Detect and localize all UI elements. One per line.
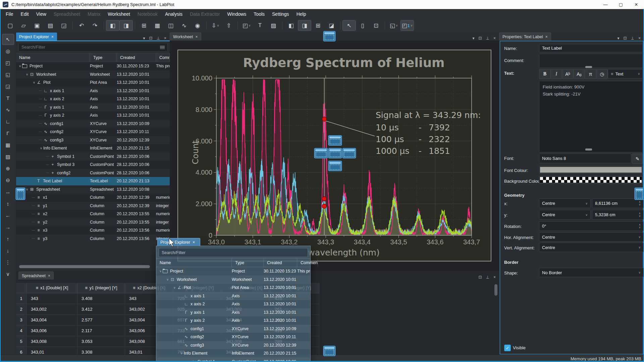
cell[interactable]: 343,002: [27, 304, 77, 315]
chevron-down-icon[interactable]: ∨: [18, 64, 22, 68]
chevron-down-icon[interactable]: ∨: [39, 146, 43, 150]
close-icon[interactable]: ×: [638, 36, 641, 41]
menu-analysis[interactable]: Analysis: [161, 11, 186, 17]
cell[interactable]: 3.408: [77, 293, 125, 304]
close-button[interactable]: ×: [629, 0, 644, 9]
tree-row-project[interactable]: ∨ProjectProject30.11.2020 15:23This proj…: [16, 62, 170, 70]
new-spreadsheet-button[interactable]: ⊞: [137, 20, 151, 31]
tree-row-config1[interactable]: ∿config1XYCurve13.12.2020 10:09: [156, 325, 310, 333]
new-worksheet-button[interactable]: ◰∨: [240, 20, 253, 31]
tree-row-info-element[interactable]: ∨Info ElementInfoElement20.12.2020 21:15: [156, 349, 310, 358]
undo-button[interactable]: ↶: [75, 20, 88, 31]
rotation-spinbox[interactable]: 0°∧∨: [539, 221, 644, 231]
tab-spreadsheet[interactable]: Spreadsheet ×: [18, 272, 54, 280]
pin-icon[interactable]: ⊥: [486, 36, 489, 41]
chevron-down-icon[interactable]: ∨: [32, 81, 36, 84]
row-number[interactable]: 3: [16, 315, 27, 325]
ws-add-plot-tool-icon[interactable]: ▦: [2, 139, 14, 150]
font-field[interactable]: Noto Sans 8: [539, 154, 631, 163]
tree-row-text-label[interactable]: TText LabelTextLabel20.12.2020 21:13: [16, 177, 170, 185]
tree-row-config2[interactable]: +config2CustomPoint28.12.2020 10:06: [16, 169, 170, 177]
ws-zoom-x-select-tool-icon[interactable]: ◱: [2, 69, 14, 80]
tree-row-x1[interactable]: ≡x1Column20.12.2020 12:39numerical: [16, 193, 170, 202]
minimize-button[interactable]: —: [598, 0, 613, 9]
ws-add-x-axis-tool-icon[interactable]: ∟: [2, 116, 14, 127]
dock-indicator-bottom-icon[interactable]: [323, 346, 335, 356]
row-number[interactable]: 2: [16, 304, 27, 315]
ws-shift-up-tool-icon[interactable]: ↑: [2, 233, 14, 244]
ws-select-tool-icon[interactable]: ↖: [2, 34, 14, 45]
tree-row-symbol-1[interactable]: +Symbol 1CustomPoint28.12.2020 10:06: [16, 153, 170, 161]
chevron-down-icon[interactable]: ∨: [158, 269, 163, 273]
float-icon[interactable]: ⊡: [478, 36, 482, 41]
chevron-down-icon[interactable]: ∨: [25, 188, 29, 191]
navigate-mode-button[interactable]: ▯: [356, 20, 369, 31]
cell[interactable]: 343: [27, 293, 77, 304]
menu-edit[interactable]: Edit: [17, 11, 33, 17]
ws-overflow-chevron-icon[interactable]: ∨: [2, 268, 14, 280]
text-mode-dropdown[interactable]: ≡Text∨: [608, 69, 643, 78]
tree-row-y3[interactable]: ≡y3Column20.12.2020 13:56integer da: [16, 235, 170, 243]
menu-settings[interactable]: Settings: [268, 11, 293, 17]
pin-icon[interactable]: ⊥: [631, 36, 634, 41]
import-button[interactable]: ⇩∨: [209, 20, 222, 31]
tree-row-y2[interactable]: ≡y2Column20.12.2020 13:55integer da: [16, 218, 170, 227]
y-mode-dropdown[interactable]: Centre∨: [539, 210, 591, 220]
floating-project-explorer-tab[interactable]: Project Explorer ×: [157, 238, 200, 246]
chevron-down-icon[interactable]: ∨: [172, 286, 177, 289]
redo-button[interactable]: ↷: [88, 20, 102, 31]
dock-indicator-up-icon[interactable]: [328, 135, 342, 145]
tree-row-y1[interactable]: ≡y1Column20.12.2020 12:39integer da: [16, 202, 170, 210]
tree-row-y-axis-2[interactable]: Γy axis 2Axis13.12.2020 10:01: [156, 316, 310, 325]
zoom-one-button[interactable]: ◰1∨: [400, 20, 414, 31]
chevron-down-icon[interactable]: ∨: [165, 278, 170, 281]
ws-zoom-out-tool-icon[interactable]: ⊖: [2, 175, 14, 186]
menu-view[interactable]: View: [33, 11, 50, 17]
dock-indicator-down-icon[interactable]: [328, 161, 342, 171]
vertical-scrollbar[interactable]: [494, 284, 497, 296]
close-icon[interactable]: ×: [164, 36, 166, 41]
superscript-button[interactable]: Aᵇ: [562, 69, 574, 79]
y-value-spinbox[interactable]: 5,3238 cm∧∨: [592, 210, 644, 220]
close-icon[interactable]: ×: [493, 36, 496, 41]
x-mode-dropdown[interactable]: Centre∨: [539, 198, 591, 208]
cell[interactable]: 343,006: [27, 325, 77, 336]
select-mode-button[interactable]: ↖: [342, 20, 356, 31]
ws-scale-x-tool-icon[interactable]: ↔: [2, 186, 14, 197]
break-layout-button[interactable]: ◪: [325, 20, 338, 31]
symbols-button[interactable]: π: [585, 69, 596, 79]
new-datapicker-button[interactable]: ◉: [191, 20, 204, 31]
tree-row-x2[interactable]: ≡x2Column20.12.2020 13:55numerical: [16, 210, 170, 218]
menu-tools[interactable]: Tools: [250, 11, 268, 17]
tree-row-y-axis-1[interactable]: Γy axis 1Axis13.12.2020 10:01: [16, 103, 170, 112]
tree-row-config3[interactable]: ∿config3XYCurve20.12.2020 12:39: [156, 341, 310, 350]
new-matrix-button[interactable]: ▦: [151, 20, 164, 31]
new-curve-button[interactable]: ∿: [177, 20, 191, 31]
tree-row-y-axis-2[interactable]: Γy axis 2Axis13.12.2020 10:01: [16, 111, 170, 120]
cell[interactable]: 2.117: [77, 325, 125, 336]
splitter-grip[interactable]: [585, 66, 592, 68]
toggle-properties-explorer-button[interactable]: ◨: [119, 20, 133, 31]
new-project-button[interactable]: ▢: [3, 20, 17, 31]
dock-menu-icon[interactable]: ▾: [143, 36, 145, 41]
cell[interactable]: 343,004: [27, 315, 77, 325]
float-icon[interactable]: ⊡: [149, 36, 152, 41]
column-header-type[interactable]: Type: [90, 53, 117, 62]
print-button[interactable]: ▤: [44, 20, 57, 31]
chevron-down-icon[interactable]: ∨: [179, 352, 184, 355]
vert-alignment-dropdown[interactable]: Centre∨: [539, 243, 644, 252]
ws-auto-scale-tool-icon[interactable]: ⊕: [2, 163, 14, 174]
tree-row-config3[interactable]: ∿config3XYCurve20.12.2020 12:39: [16, 136, 170, 144]
tree-row-config2[interactable]: ∿config2XYCurve13.12.2020 10:11: [16, 128, 170, 136]
cell[interactable]: 3.053: [77, 336, 125, 347]
ws-add-text-tool-icon[interactable]: T: [2, 93, 14, 104]
floating-project-explorer[interactable]: Search/Filter Name Type Created Commen ∨…: [156, 246, 311, 362]
tree-row-y-axis-1[interactable]: Γy axis 1Axis13.12.2020 10:01: [156, 308, 310, 317]
row-number[interactable]: 4: [16, 325, 27, 336]
ws-add-y-axis-tool-icon[interactable]: Γ: [2, 128, 14, 139]
menu-worksheet[interactable]: Worksheet: [104, 11, 134, 17]
maximize-button[interactable]: ▢: [613, 0, 629, 9]
close-icon[interactable]: ×: [48, 274, 50, 278]
tree-row-worksheet[interactable]: ∨⊡WorksheetWorksheet13.12.2020 10:01: [16, 70, 170, 79]
dock-menu-icon[interactable]: ▾: [617, 36, 619, 41]
